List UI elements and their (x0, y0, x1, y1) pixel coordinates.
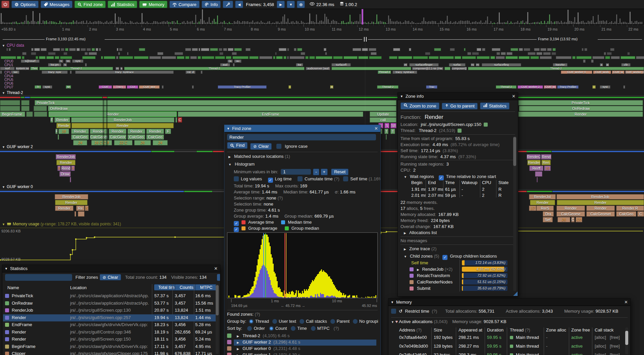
zone-block[interactable] (21, 100, 30, 105)
cpu-zone[interactable]: GUIF worker 2 (518, 85, 543, 89)
zone-CalcGeome[interactable]: CalcGeome (556, 211, 585, 217)
cpu-zone[interactable]: a (330, 85, 333, 89)
sortby-radio-order[interactable] (247, 326, 252, 331)
cpu-zone[interactable]: rn (476, 63, 480, 66)
cpu-zone[interactable]: GUI (127, 85, 138, 89)
zone-RenderJol[interactable]: RenderJol (529, 194, 556, 199)
mem-col-zone-alloc[interactable]: Zone alloc (546, 327, 566, 332)
cpu-zone[interactable]: composer@2.1-se (Hw (412, 67, 443, 70)
zone-24[interactable]: 24 (73, 140, 87, 145)
zone-F[interactable]: F (165, 129, 171, 134)
zone-Render[interactable]: Render (90, 129, 108, 134)
cpu-zone[interactable]: aud (220, 63, 230, 66)
zone-22 C[interactable]: 22 C (114, 140, 132, 145)
cpu-zone[interactable]: surfacefl (331, 63, 351, 66)
zone-EndFrame[interactable]: EndFrame (178, 112, 363, 117)
zone-PrivateTick[interactable]: PrivateTick (35, 100, 396, 105)
statistics-button[interactable]: Statistics (480, 102, 509, 109)
zone-CalcGeo[interactable]: CalcGeo (146, 134, 164, 140)
series-checkbox[interactable]: ✓ (234, 227, 239, 232)
cpu-zone[interactable] (0, 71, 2, 74)
mem-col-address[interactable]: Address (?) (399, 327, 422, 332)
found-group-row[interactable]: ▶Thread-2 (4,105) 6.46 s (227, 333, 290, 339)
memory-button[interactable]: Memory (139, 1, 167, 8)
cpu-zone[interactable]: (a (227, 59, 233, 63)
zone-block[interactable] (34, 112, 47, 117)
histogram-plot[interactable] (227, 232, 378, 298)
cpu-zone[interactable] (192, 85, 194, 89)
cpu-zone[interactable]: Thread-2 (468, 67, 644, 70)
zone-Render[interactable]: Render (127, 129, 145, 134)
groupby-radio-no-groupi[interactable] (353, 319, 358, 324)
cpu-zone[interactable] (288, 85, 291, 89)
zone-block[interactable] (78, 211, 85, 217)
clipped-button[interactable] (217, 274, 220, 281)
cpu-zone[interactable] (592, 85, 596, 89)
zone-26[interactable]: 26 (134, 140, 151, 145)
zone-trace-expander[interactable]: ▶Zone trace (2) (404, 246, 437, 252)
groupby-radio-parent[interactable] (330, 319, 335, 324)
memory-scrollbar[interactable] (625, 331, 628, 345)
close-icon[interactable]: ✕ (214, 266, 218, 271)
cpu-zone[interactable]: tracy_systrace (392, 71, 417, 74)
zone-OnRedraw[interactable]: OnRedraw (48, 106, 396, 111)
col-name[interactable]: Name (7, 285, 19, 290)
relative-time-checkbox[interactable]: ✓ (439, 175, 444, 180)
child-zone-row[interactable]: CalcRenderNodes (410, 279, 452, 285)
zone-call[interactable]: call (370, 117, 396, 123)
memory-titlebar[interactable]: ▼Memory✕ (388, 299, 630, 306)
next-frame-button[interactable]: ▶ (277, 1, 285, 8)
child-zone-row[interactable]: ▶ RenderJob (×2) (410, 267, 452, 272)
cpu-zone[interactable]: s (59, 59, 63, 63)
zone-Dra[interactable]: Dra (543, 211, 554, 217)
zone-Render[interactable]: Render (146, 129, 164, 134)
cpu-zone[interactable]: Thread-2 (39, 67, 113, 70)
zone-Render[interactable]: Render (530, 200, 555, 205)
cpu-zone[interactable]: surfacefling (482, 63, 521, 66)
cpu-zone[interactable]: surfac (449, 63, 466, 66)
search-input[interactable]: Render (227, 134, 376, 140)
cpu-zone[interactable] (85, 63, 87, 66)
zone-block[interactable] (537, 177, 538, 182)
clear-button[interactable]: ⊘Clear (250, 143, 272, 150)
zone-Render[interactable]: Render (55, 206, 73, 211)
zone-CalcGeo[interactable]: CalcGeo (616, 211, 636, 217)
zoom-down-button[interactable]: ▼ (287, 1, 295, 8)
cpu-zone[interactable]: ro (471, 63, 475, 66)
zone-block[interactable] (26, 112, 33, 117)
memory-usage-section-label[interactable]: ▼Memory usage (y-range: 178.27 KB, visib… (2, 222, 121, 227)
stats-row[interactable]: Clipperjni/../jni/src/claw/gfx/geo/Clipp… (2, 351, 220, 355)
zone-S8[interactable]: S8 (390, 123, 396, 128)
zone-RenderJob[interactable]: RenderJob (71, 117, 174, 123)
zone-19[interactable]: 19 (544, 166, 551, 171)
cpu-zone[interactable]: composer@ (451, 67, 467, 70)
zone-Render[interactable]: Render (56, 160, 75, 165)
thread-label[interactable]: ▼GUIF worker 2 (2, 144, 33, 149)
histogram-expander[interactable]: ▼Histogram (228, 162, 255, 167)
wait-regions-expander[interactable]: ▼Wait regions✓Time relative to zone star… (404, 174, 496, 180)
cpu-zone[interactable]: Tracy Profiler (218, 85, 267, 89)
memory-row[interactable]: 0x7dfc42d64032 bytes298.3 ms59.95 sMain … (388, 352, 630, 355)
groupby-radio-call-stacks[interactable] (300, 319, 304, 324)
cpu-zone[interactable]: cfir (621, 63, 631, 66)
zone-T[interactable]: T (390, 129, 395, 134)
zone-Rend[interactable]: Rend (61, 166, 71, 171)
zone-RenderJob[interactable]: RenderJob (55, 194, 88, 199)
cpu-zone[interactable] (623, 85, 625, 89)
zone-Render[interactable]: Render (109, 129, 126, 134)
zone-24[interactable]: 24 (153, 140, 168, 145)
stats-row[interactable]: Renderjni/../jni/src/guif/Screen.cpp:257… (2, 315, 220, 321)
zone-block[interactable] (0, 100, 20, 105)
zone-CalcGeor[interactable]: CalcGeor (109, 134, 126, 140)
mem-col-call-stack[interactable]: Call stack (595, 327, 613, 332)
mem-col-appeared-at[interactable]: Appeared at (459, 327, 482, 332)
log-values-checkbox[interactable] (234, 176, 239, 181)
cpu-zone[interactable]: Trac (426, 85, 437, 89)
zone-Render[interactable]: Render (54, 117, 70, 123)
zone-C[interactable]: C (571, 217, 575, 222)
cpu-zone[interactable]: tracy_sysr (42, 71, 68, 74)
cpu-zone[interactable]: a (600, 63, 603, 66)
zone-Ren[interactable]: Ren (541, 160, 551, 165)
zone-Rerff[interactable]: Rerff (529, 166, 543, 171)
ignore-case-checkbox[interactable] (276, 144, 281, 149)
